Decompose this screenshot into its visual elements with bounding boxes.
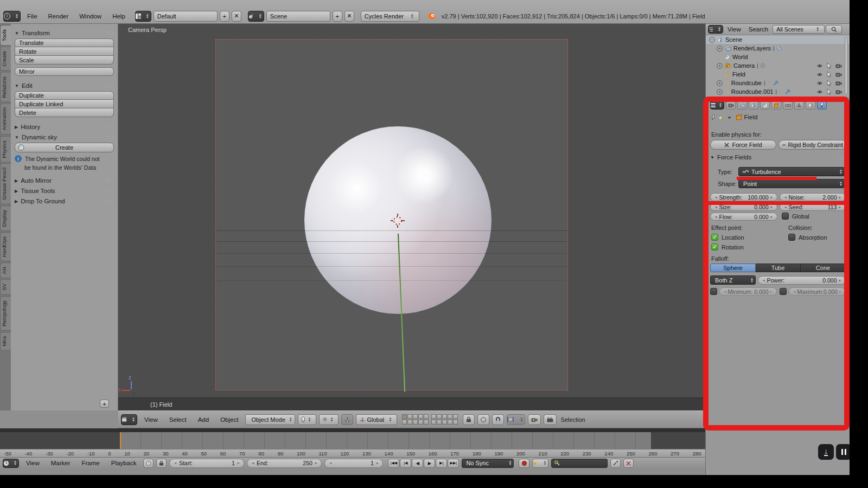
layer-toggle[interactable] (418, 420, 423, 425)
scale-button[interactable]: Scale (15, 56, 114, 65)
layer-toggle[interactable] (424, 420, 429, 425)
render-toggle-camera-icon[interactable] (835, 63, 842, 68)
outliner-scrollbar[interactable] (845, 37, 848, 94)
scene-add-button[interactable]: + (333, 11, 342, 22)
layer-toggle[interactable] (418, 414, 423, 419)
drag-dots-icon[interactable]: :::: (106, 83, 114, 88)
render-engine-select[interactable]: Cycles Render▲▼ (361, 11, 419, 22)
stepper-left-icon[interactable]: ◂ (174, 461, 176, 465)
play-reverse-button[interactable]: ◀ (412, 459, 423, 468)
viewport-3d[interactable]: Camera Persp z x y (1) Field (118, 24, 705, 410)
orientation-select[interactable]: Global ▲▼ (356, 414, 397, 425)
outliner-row-roundcube-001[interactable]: + ▽ Roundcube.001 | ▽ (706, 87, 850, 96)
editor-type-button[interactable]: ▲▼ (3, 459, 19, 468)
scene-name-field[interactable]: Scene (266, 11, 330, 22)
tab-physics[interactable]: Physics (0, 136, 11, 163)
duplicate-linked-button[interactable]: Duplicate Linked (15, 100, 114, 108)
layer-toggle[interactable] (402, 414, 407, 419)
outliner-row-scene[interactable]: − Scene (706, 35, 850, 44)
search-button[interactable] (826, 25, 842, 34)
layer-toggle[interactable] (448, 420, 452, 425)
layer-toggle[interactable] (413, 420, 418, 425)
drag-dots-icon[interactable]: :::: (106, 124, 114, 130)
panel-header-auto-mirror[interactable]: ▶ Auto Mirror:::: (15, 177, 114, 184)
layout-browse-button[interactable]: ▲▼ (135, 11, 151, 22)
tab-animation[interactable]: Animation (0, 103, 11, 134)
current-frame-field[interactable]: ◂ 1 ▸ (324, 459, 383, 468)
jump-to-start-button[interactable]: |◀◀ (388, 459, 399, 468)
tab-mira[interactable]: Mira (0, 332, 11, 350)
download-overlay-button[interactable]: ↓ (818, 444, 834, 460)
layer-toggle[interactable] (448, 414, 452, 419)
translate-button[interactable]: Translate (15, 38, 114, 47)
layer-toggle[interactable] (424, 414, 429, 419)
drag-dots-icon[interactable]: :::: (106, 30, 114, 36)
jump-prev-keyframe-button[interactable]: |◀ (400, 459, 411, 468)
layer-toggle[interactable] (453, 414, 458, 419)
menu-object[interactable]: Object (216, 416, 242, 423)
eye-icon[interactable] (816, 89, 823, 94)
play-button[interactable]: ▶ (424, 459, 435, 468)
record-button[interactable] (519, 459, 529, 468)
delete-button[interactable]: Delete (15, 108, 114, 117)
pause-overlay-button[interactable] (836, 444, 850, 460)
stepper-left-icon[interactable]: ◂ (329, 461, 331, 465)
eye-icon[interactable] (816, 72, 823, 77)
menu-help[interactable]: Help (108, 13, 130, 20)
menu-add[interactable]: Add (194, 416, 213, 423)
expand-icon[interactable]: + (717, 80, 723, 86)
use-preview-range-toggle[interactable] (143, 459, 154, 468)
shading-select[interactable]: ▲▼ (298, 414, 316, 425)
keying-set-select[interactable]: ◆ ▲▼ (532, 459, 548, 468)
jump-next-keyframe-button[interactable]: ▶| (436, 459, 447, 468)
layout-delete-button[interactable]: ✕ (232, 11, 241, 22)
tab-display[interactable]: Display (0, 206, 11, 231)
render-toggle-camera-icon[interactable] (835, 89, 842, 94)
drag-dots-icon[interactable]: :::: (106, 178, 114, 183)
timeline-current-frame-cursor[interactable] (120, 432, 121, 449)
layer-toggle[interactable] (407, 414, 412, 419)
layers-widget-left[interactable] (402, 414, 429, 425)
scene-browse-button[interactable]: ▲▼ (248, 11, 264, 22)
render-opengl-anim-button[interactable] (544, 414, 557, 425)
render-toggle-camera-icon[interactable] (835, 72, 842, 77)
tab-sv[interactable]: SV (0, 279, 11, 295)
panel-header-transform[interactable]: ▼ Transform:::: (15, 30, 114, 36)
layer-toggle[interactable] (437, 420, 442, 425)
layout-name-field[interactable]: Default (154, 11, 218, 22)
pivot-select[interactable]: ▲▼ (319, 414, 339, 425)
sync-mode-select[interactable]: No Sync ▲▼ (462, 459, 514, 468)
layer-toggle[interactable] (413, 414, 418, 419)
panel-header-tissue-tools[interactable]: ▶ Tissue Tools:::: (15, 188, 114, 194)
outliner-row-renderlayers[interactable]: + RenderLayers | (706, 44, 850, 53)
render-toggle-camera-icon[interactable] (835, 81, 842, 86)
manipulator-toggle[interactable] (341, 414, 353, 425)
layers-widget-right[interactable] (431, 414, 458, 425)
duplicate-button[interactable]: Duplicate (15, 91, 114, 100)
layout-add-button[interactable]: + (220, 11, 229, 22)
cursor-arrow-icon[interactable] (827, 63, 832, 69)
jump-to-end-button[interactable]: ▶▶| (448, 459, 459, 468)
editor-type-button[interactable]: ▲▼ (708, 25, 723, 34)
layer-toggle[interactable] (437, 414, 442, 419)
tab-relations[interactable]: Relations (0, 72, 11, 102)
cursor-arrow-icon[interactable] (827, 89, 832, 95)
panel-header-history[interactable]: ▶ History:::: (15, 124, 114, 130)
layer-toggle[interactable] (453, 420, 458, 425)
menu-playback[interactable]: Playback (107, 460, 141, 466)
menu-search[interactable]: Search (745, 26, 771, 33)
menu-frame[interactable]: Frame (78, 460, 104, 466)
mirror-button[interactable]: Mirror (15, 67, 114, 76)
expand-icon[interactable]: + (717, 63, 723, 69)
panel-header-edit[interactable]: ▼ Edit:::: (15, 82, 114, 89)
rotate-button[interactable]: Rotate (15, 47, 114, 56)
tab-tools[interactable]: Tools (0, 25, 11, 46)
menu-view[interactable]: View (724, 26, 744, 33)
menu-window[interactable]: Window (75, 13, 106, 20)
stepper-right-icon[interactable]: ▸ (238, 461, 240, 465)
layer-toggle[interactable] (442, 420, 447, 425)
scene-delete-button[interactable]: ✕ (344, 11, 354, 22)
panel-header-drop-to-ground[interactable]: ▶ Drop To Ground:::: (15, 198, 114, 204)
layer-toggle[interactable] (442, 414, 447, 419)
active-keying-set-field[interactable] (551, 459, 608, 468)
